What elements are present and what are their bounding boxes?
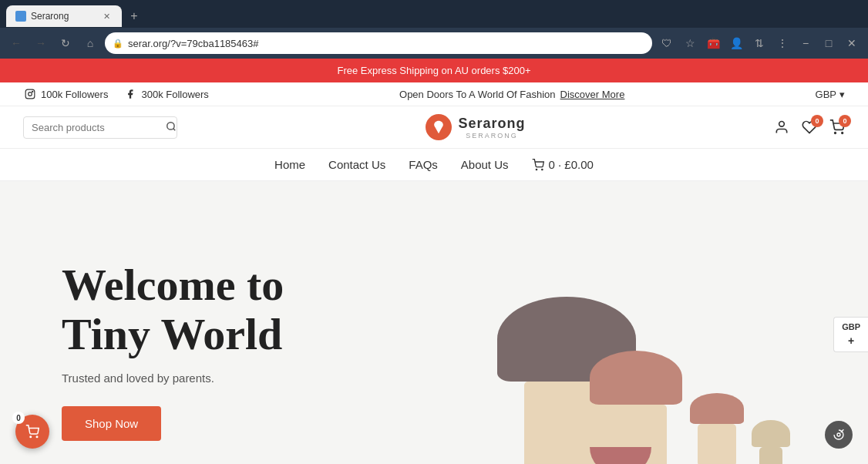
search-bar[interactable] (23, 116, 177, 139)
star-icon[interactable]: ☆ (680, 33, 700, 53)
logo-icon (426, 114, 452, 140)
tab-favicon (15, 11, 26, 22)
help-button[interactable] (825, 421, 853, 449)
currency-dropdown-icon: ▾ (839, 89, 845, 100)
nav-home[interactable]: Home (274, 158, 305, 171)
logo-name: Serarong (458, 116, 525, 132)
instagram-link[interactable]: 100k Followers (23, 87, 108, 101)
floating-cart-button[interactable]: 0 (15, 415, 49, 449)
mushroom-small (690, 393, 744, 464)
site-wrapper: Free Express Shipping on AU orders $200+… (0, 59, 868, 464)
currency-panel[interactable]: GBP + (833, 317, 868, 352)
new-tab-button[interactable]: + (125, 7, 143, 25)
instagram-icon (23, 87, 37, 101)
hero-section: Welcome to Tiny World Trusted and loved … (0, 181, 868, 464)
hero-image (434, 212, 806, 464)
currency-selector[interactable]: GBP ▾ (816, 89, 845, 100)
menu-icon[interactable]: ⋮ (772, 33, 792, 53)
top-bar: 100k Followers 300k Followers Open Doors… (0, 82, 868, 106)
bowl-shape (590, 447, 651, 464)
account-button[interactable] (774, 119, 789, 135)
tab-close-button[interactable]: ✕ (101, 11, 113, 22)
close-window-button[interactable]: ✕ (842, 33, 862, 53)
svg-point-10 (30, 436, 32, 438)
hero-title: Welcome to Tiny World (62, 261, 434, 359)
facebook-count: 300k Followers (141, 89, 208, 100)
shop-now-button[interactable]: Shop Now (62, 406, 161, 441)
tagline-text: Open Doors To A World Of Fashion (399, 89, 556, 100)
nav-cart-label: 0 · £0.00 (549, 158, 594, 171)
floating-cart-count: 0 (12, 412, 25, 424)
mushroom-tiny (752, 420, 790, 464)
extensions-icon[interactable]: 🧰 (703, 33, 723, 53)
browser-nav-bar: ← → ↻ ⌂ 🔒 serar.org/?v=79cba1185463# 🛡 ☆… (0, 28, 868, 59)
mushroom-small-cap (690, 393, 744, 424)
currency-panel-inner: GBP + (833, 317, 868, 352)
mushroom-medium-cap (590, 351, 682, 405)
shield-icon[interactable]: 🛡 (657, 33, 677, 53)
bowl (590, 447, 651, 464)
sync-icon[interactable]: ⇅ (749, 33, 769, 53)
wishlist-badge: 0 (811, 115, 823, 127)
svg-point-5 (779, 122, 785, 127)
currency-expand-button[interactable]: + (848, 335, 854, 347)
logo-tagline: SERARONG (458, 132, 525, 140)
forward-button[interactable]: → (31, 33, 51, 53)
hero-title-line2: Tiny World (62, 309, 282, 359)
logo-text-area: Serarong SERARONG (458, 116, 525, 140)
header-actions: 0 0 (774, 119, 845, 135)
maximize-button[interactable]: □ (819, 33, 839, 53)
hero-subtitle: Trusted and loved by parents. (62, 372, 434, 385)
active-tab[interactable]: Serarong ✕ (6, 5, 122, 27)
browser-chrome: Serarong ✕ + ← → ↻ ⌂ 🔒 serar.org/?v=79cb… (0, 0, 868, 59)
currency-label: GBP (816, 89, 836, 100)
facebook-icon (123, 87, 137, 101)
product-display (436, 227, 806, 464)
svg-point-6 (835, 133, 836, 134)
svg-point-12 (837, 433, 840, 436)
svg-point-2 (32, 91, 33, 92)
tab-bar: Serarong ✕ + (0, 0, 868, 28)
refresh-button[interactable]: ↻ (56, 33, 76, 53)
hero-content: Welcome to Tiny World Trusted and loved … (62, 261, 434, 441)
search-button[interactable] (166, 121, 177, 134)
mushroom-small-stem (698, 424, 736, 464)
wishlist-button[interactable]: 0 (802, 119, 817, 135)
svg-point-9 (541, 169, 542, 170)
profile-icon[interactable]: 👤 (726, 33, 746, 53)
cart-button[interactable]: 0 (829, 119, 845, 135)
instagram-count: 100k Followers (41, 89, 108, 100)
security-icon: 🔒 (113, 39, 123, 49)
facebook-link[interactable]: 300k Followers (123, 87, 208, 101)
social-links: 100k Followers 300k Followers (23, 87, 209, 101)
home-button[interactable]: ⌂ (80, 33, 100, 53)
discover-more-link[interactable]: Discover More (560, 89, 625, 100)
svg-line-4 (173, 128, 176, 130)
cart-badge: 0 (839, 115, 851, 127)
site-logo[interactable]: Serarong SERARONG (426, 114, 525, 140)
main-nav: Home Contact Us FAQs About Us 0 · £0.00 (0, 149, 868, 181)
back-button[interactable]: ← (6, 33, 26, 53)
svg-point-1 (29, 92, 32, 96)
minimize-button[interactable]: − (796, 33, 816, 53)
svg-point-11 (36, 436, 38, 438)
search-input[interactable] (32, 122, 161, 133)
nav-cart[interactable]: 0 · £0.00 (532, 158, 594, 171)
address-bar[interactable]: 🔒 serar.org/?v=79cba1185463# (105, 32, 652, 54)
svg-point-7 (842, 133, 843, 134)
currency-panel-label: GBP (842, 322, 860, 331)
svg-rect-0 (25, 89, 35, 99)
browser-actions: 🛡 ☆ 🧰 👤 ⇅ ⋮ − □ ✕ (657, 33, 862, 53)
site-header: Serarong SERARONG 0 (0, 106, 868, 149)
svg-point-8 (536, 169, 537, 170)
svg-point-3 (167, 122, 174, 129)
tagline-area: Open Doors To A World Of Fashion Discove… (399, 89, 624, 100)
address-text: serar.org/?v=79cba1185463# (128, 38, 644, 49)
nav-contact[interactable]: Contact Us (328, 158, 385, 171)
mushroom-tiny-stem (759, 447, 782, 464)
announcement-text: Free Express Shipping on AU orders $200+ (337, 65, 530, 76)
mushroom-tiny-cap (752, 420, 790, 447)
nav-about[interactable]: About Us (461, 158, 509, 171)
nav-faqs[interactable]: FAQs (409, 158, 438, 171)
tab-title: Serarong (31, 11, 96, 22)
